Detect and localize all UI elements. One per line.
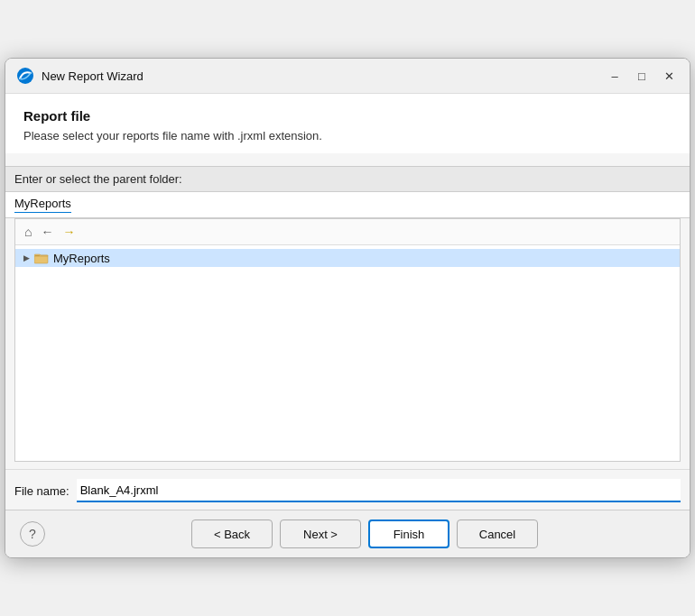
home-icon: ⌂	[24, 225, 32, 239]
wizard-window: New Report Wizard – □ ✕ Report file Plea…	[5, 58, 690, 558]
folder-input-row: MyReports	[5, 192, 690, 218]
window-title: New Report Wizard	[42, 69, 598, 83]
content-area: Report file Please select your reports f…	[5, 94, 690, 153]
app-icon	[16, 67, 34, 85]
tree-area[interactable]: ⌂ ← → ▶ MyReports	[14, 218, 681, 462]
file-name-row: File name:	[5, 469, 690, 510]
bottom-bar: ? < Back Next > Finish Cancel	[5, 510, 690, 557]
help-button[interactable]: ?	[20, 521, 45, 547]
tree-forward-button[interactable]: →	[59, 223, 79, 241]
close-button[interactable]: ✕	[659, 66, 679, 86]
file-name-input[interactable]	[77, 479, 681, 502]
tree-home-button[interactable]: ⌂	[21, 223, 35, 241]
finish-button[interactable]: Finish	[368, 519, 449, 548]
selected-folder-value: MyReports	[14, 197, 71, 213]
cancel-button[interactable]: Cancel	[457, 519, 538, 548]
window-controls: – □ ✕	[605, 66, 679, 86]
tree-item-label: MyReports	[53, 252, 110, 265]
folder-icon	[33, 251, 50, 265]
title-bar: New Report Wizard – □ ✕	[5, 59, 690, 94]
svg-point-0	[17, 68, 33, 84]
minimize-button[interactable]: –	[605, 66, 625, 86]
section-title: Report file	[23, 108, 672, 124]
back-button[interactable]: < Back	[191, 519, 273, 548]
file-name-label: File name:	[14, 484, 70, 498]
section-description: Please select your reports file name wit…	[23, 129, 672, 143]
tree-back-button[interactable]: ←	[37, 223, 57, 241]
maximize-button[interactable]: □	[632, 66, 652, 86]
svg-rect-2	[35, 255, 40, 256]
bottom-actions: < Back Next > Finish Cancel	[54, 519, 675, 548]
tree-toolbar: ⌂ ← →	[15, 219, 680, 245]
next-button[interactable]: Next >	[280, 519, 361, 548]
tree-content: ▶ MyReports	[15, 245, 680, 271]
tree-item-myreports[interactable]: ▶ MyReports	[15, 249, 680, 267]
back-icon: ←	[41, 225, 53, 239]
svg-rect-1	[34, 255, 48, 263]
forward-icon: →	[62, 225, 75, 239]
folder-label-bar: Enter or select the parent folder:	[5, 166, 690, 192]
expand-icon[interactable]: ▶	[19, 251, 33, 265]
